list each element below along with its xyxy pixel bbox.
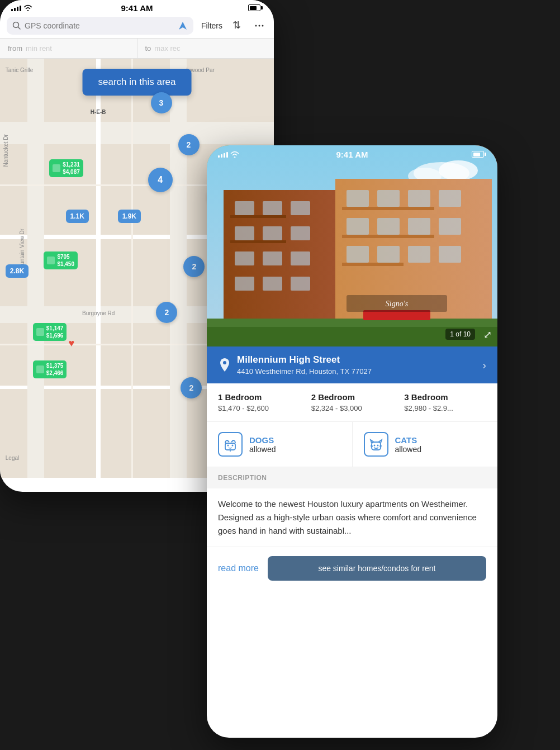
svg-point-54 (223, 361, 226, 364)
search-input-wrap[interactable] (7, 17, 193, 35)
svg-rect-16 (263, 226, 282, 240)
navigation-icon (178, 21, 188, 31)
price-tag-705[interactable]: $705 $1,450 (44, 251, 78, 269)
property-info-bar[interactable]: Millennium High Street 4410 Westheimer R… (207, 346, 497, 383)
svg-rect-37 (347, 246, 369, 263)
cats-status: allowed (395, 445, 421, 454)
svg-point-6 (262, 25, 264, 27)
cats-label: CATS (395, 435, 421, 445)
bedroom-2-type: 2 Bedroom (311, 392, 393, 402)
search-input[interactable] (25, 21, 174, 30)
sort-icon: ⇅ (232, 20, 245, 32)
signal-icon (11, 4, 21, 11)
svg-rect-34 (377, 218, 400, 235)
svg-rect-20 (291, 251, 310, 265)
price-tag-1147[interactable]: $1,147 $1,696 (33, 323, 67, 341)
property-name: Millennium High Street (237, 354, 482, 365)
svg-line-1 (18, 27, 21, 30)
from-label: from (8, 44, 22, 53)
svg-rect-46 (404, 235, 434, 238)
svg-rect-30 (377, 190, 400, 207)
heart-marker: ♥ (69, 338, 75, 349)
svg-rect-14 (291, 201, 310, 215)
price-stack-3: $1,147 $1,696 (46, 325, 64, 339)
property-address-block: Millennium High Street 4410 Westheimer R… (237, 354, 482, 376)
svg-rect-29 (347, 190, 369, 207)
svg-rect-35 (408, 218, 430, 235)
property-image[interactable]: 9:41 AM (207, 145, 497, 346)
svg-line-61 (371, 445, 373, 446)
description-section-header: DESCRIPTION (207, 467, 497, 488)
similar-homes-button[interactable]: see similar homes/condos for rent (268, 556, 486, 581)
search-area-button[interactable]: search in this area (83, 69, 192, 96)
svg-rect-26 (230, 240, 258, 243)
bedroom-1[interactable]: 1 Bedroom $1,470 - $2,600 (218, 392, 300, 412)
svg-rect-31 (408, 190, 430, 207)
dogs-text: DOGS allowed (249, 435, 276, 454)
cats-text: CATS allowed (395, 435, 421, 454)
price-tag-1231[interactable]: $1,231 $4,087 (49, 159, 83, 177)
svg-rect-24 (230, 215, 258, 218)
status-bar-1: 9:41 AM (0, 0, 274, 13)
expand-icon[interactable]: ⤢ (483, 329, 492, 341)
cluster-2-bot[interactable]: 2 (181, 377, 202, 398)
svg-point-9 (439, 160, 478, 181)
min-rent-field[interactable]: from min rent (0, 39, 137, 58)
filters-button[interactable]: Filters (198, 19, 226, 32)
min-rent-placeholder: min rent (26, 44, 52, 53)
price-tag-1k9[interactable]: 1.9K (118, 210, 141, 223)
phone2-detail: 9:41 AM (207, 145, 497, 738)
svg-text:⇅: ⇅ (232, 20, 241, 31)
cluster-2-mid[interactable]: 2 (183, 256, 205, 277)
svg-rect-17 (291, 226, 310, 240)
status-time-2: 9:41 AM (336, 150, 368, 159)
svg-rect-27 (258, 240, 286, 243)
svg-rect-44 (342, 235, 373, 238)
chevron-right-icon[interactable]: › (482, 359, 486, 372)
location-pin-icon (218, 357, 231, 373)
svg-rect-42 (373, 207, 404, 210)
menu-button[interactable] (251, 18, 267, 34)
bedroom-1-price: $1,470 - $2,600 (218, 404, 300, 412)
dogs-label: DOGS (249, 435, 276, 445)
max-rent-field[interactable]: to max rec (137, 39, 274, 58)
price-stack-4: $1,375 $2,466 (46, 362, 64, 377)
svg-rect-38 (377, 246, 400, 263)
cluster-3[interactable]: 3 (151, 92, 172, 113)
battery-icon-1 (248, 4, 263, 11)
description-title: DESCRIPTION (218, 474, 486, 482)
price-icon-3 (36, 328, 44, 336)
svg-rect-33 (347, 218, 369, 235)
svg-rect-45 (373, 235, 404, 238)
price-tag-1375[interactable]: $1,375 $2,466 (33, 360, 67, 378)
price-tag-1k1[interactable]: 1.1K (66, 210, 89, 223)
action-row: read more see similar homes/condos for r… (207, 547, 497, 590)
cat-icon (364, 432, 388, 457)
bedroom-2[interactable]: 2 Bedroom $2,324 - $3,000 (311, 392, 393, 412)
svg-rect-13 (263, 201, 282, 215)
price-stack-1: $1,231 $4,087 (63, 161, 80, 175)
battery-icon-2 (472, 151, 486, 158)
description-text: Welcome to the newest Houston luxury apa… (207, 488, 497, 547)
cluster-2-top[interactable]: 2 (178, 134, 200, 155)
status-time-1: 9:41 AM (121, 3, 153, 13)
bedroom-3-type: 3 Bedroom (404, 392, 486, 402)
sort-button[interactable]: ⇅ (230, 17, 247, 34)
property-addr: 4410 Westheimer Rd, Houston, TX 77027 (237, 367, 482, 376)
map-label-tanic: Tanic Grille (6, 67, 33, 73)
map-label-nantucket: Nantucket Dr (2, 134, 8, 167)
svg-rect-48 (373, 263, 404, 266)
svg-rect-43 (404, 207, 434, 210)
svg-rect-32 (439, 190, 461, 207)
bedroom-3[interactable]: 3 Bedroom $2,980 - $2.9... (404, 392, 486, 412)
svg-point-5 (259, 25, 260, 27)
read-more-button[interactable]: read more (218, 559, 259, 578)
map-label-heb: H-E-B (91, 109, 106, 115)
price-stack-2: $705 $1,450 (57, 253, 74, 268)
svg-point-59 (373, 445, 375, 447)
cluster-4[interactable]: 4 (148, 168, 173, 192)
price-icon-1 (53, 164, 60, 172)
price-tag-2k8[interactable]: 2.8K (6, 264, 29, 278)
dog-icon (218, 432, 243, 457)
dogs-item: DOGS allowed (207, 422, 353, 467)
